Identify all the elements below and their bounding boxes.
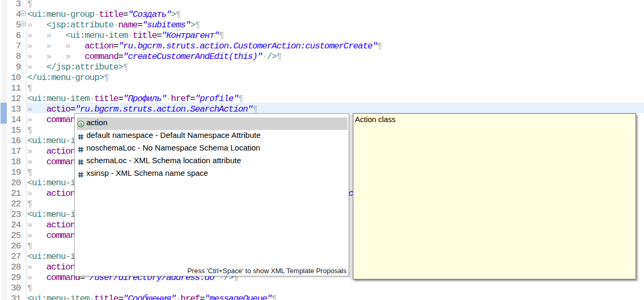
svg-text:a: a [79,121,82,127]
